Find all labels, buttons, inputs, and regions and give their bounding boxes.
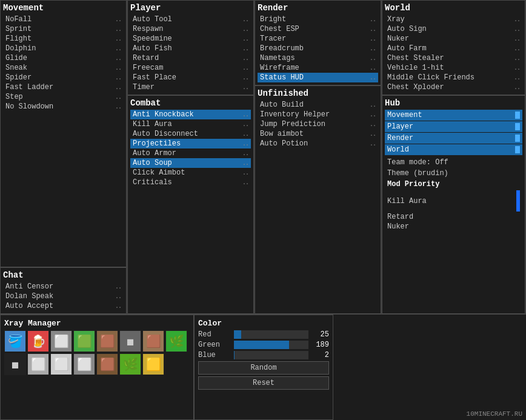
xray-icon-10[interactable]: ⬜	[50, 353, 72, 375]
xray-icon-5[interactable]: ◼	[119, 330, 141, 352]
menu-item-anti-knockback[interactable]: Anti Knockback..	[130, 110, 251, 119]
menu-item-spider[interactable]: Spider..	[3, 73, 124, 82]
menu-item-click-aimbot[interactable]: Click Aimbot..	[130, 168, 251, 178]
green-bar[interactable]	[234, 341, 308, 349]
menu-item-fast-ladder[interactable]: Fast Ladder..	[3, 82, 124, 92]
xray-icon-2[interactable]: ⬜	[50, 330, 72, 352]
menu-item-bow-aimbot[interactable]: Bow aimbot..	[258, 129, 378, 139]
menu-item-auto-build[interactable]: Auto Build..	[258, 100, 378, 110]
blue-value: 2	[311, 351, 329, 359]
menu-item-anti-censor[interactable]: Anti Censor..	[3, 282, 124, 292]
red-value: 25	[311, 330, 329, 339]
menu-item-dolan-speak[interactable]: Dolan Speak..	[3, 292, 124, 301]
menu-item-inventory-helper[interactable]: Inventory Helper..	[258, 110, 378, 119]
menu-item-auto-disconnect[interactable]: Auto Disconnect..	[130, 129, 251, 139]
hub-category-world[interactable]: World	[385, 144, 522, 155]
menu-item-criticals[interactable]: Criticals..	[130, 178, 251, 187]
menu-item-breadcrumb[interactable]: Breadcrumb..	[258, 44, 378, 53]
blue-label: Blue	[198, 351, 231, 359]
world-section: World Xray..Auto Sign..Nuker..Auto Farm.…	[382, 0, 525, 95]
menu-item-no-slowdown[interactable]: No Slowdown..	[3, 102, 124, 112]
xray-icon-7[interactable]: 🌿	[165, 330, 187, 352]
xray-icon-13[interactable]: 🌿	[119, 353, 141, 375]
movement-header: Movement	[3, 3, 124, 13]
menu-item-tracer[interactable]: Tracer..	[258, 34, 378, 44]
hub-category-render[interactable]: Render	[385, 133, 522, 144]
blue-fill	[234, 351, 235, 359]
menu-item-flight[interactable]: Flight..	[3, 34, 124, 44]
menu-item-chest-esp[interactable]: Chest ESP..	[258, 24, 378, 34]
menu-item-auto-fish[interactable]: Auto Fish..	[130, 44, 251, 53]
blue-bar[interactable]	[234, 351, 308, 359]
red-label: Red	[198, 330, 231, 339]
menu-item-bright[interactable]: Bright..	[258, 15, 378, 24]
menu-item-auto-accept[interactable]: Auto Accept..	[3, 301, 124, 311]
xray-header: Xray Manager	[4, 319, 190, 328]
menu-item-freecam[interactable]: Freecam..	[130, 63, 251, 73]
red-bar[interactable]	[234, 330, 308, 339]
movement-section: Movement NoFall..Sprint..Flight..Dolphin…	[0, 0, 127, 267]
combat-list: Anti Knockback..Kill Aura..Auto Disconne…	[130, 110, 251, 187]
player-header: Player	[130, 3, 251, 13]
menu-item-sneak[interactable]: Sneak..	[3, 63, 124, 73]
movement-list: NoFall..Sprint..Flight..Dolphin..Glide..…	[3, 15, 124, 112]
xray-icon-12[interactable]: 🟫	[96, 353, 118, 375]
menu-item-status-hud[interactable]: Status HUD..	[258, 73, 378, 82]
blue-row: Blue 2	[198, 351, 329, 359]
menu-item-timer[interactable]: Timer..	[130, 82, 251, 92]
render-section: Render Bright..Chest ESP..Tracer..Breadc…	[255, 0, 381, 85]
menu-item-wireframe[interactable]: Wireframe..	[258, 63, 378, 73]
reset-button[interactable]: Reset	[198, 376, 329, 390]
hub-header: Hub	[385, 98, 522, 108]
menu-item-glide[interactable]: Glide..	[3, 53, 124, 63]
red-fill	[234, 330, 241, 339]
red-row: Red 25	[198, 330, 329, 339]
menu-item-chest-stealer[interactable]: Chest Stealer..	[385, 53, 522, 63]
menu-item-xray[interactable]: Xray..	[385, 15, 522, 24]
menu-item-nuker[interactable]: Nuker..	[385, 34, 522, 44]
menu-item-jump-prediction[interactable]: Jump Prediction..	[258, 119, 378, 129]
menu-item-middle-click-friends[interactable]: Middle Click Friends..	[385, 73, 522, 82]
menu-item-speedmine[interactable]: Speedmine..	[130, 34, 251, 44]
menu-item-projectiles[interactable]: Projectiles..	[130, 139, 251, 148]
menu-item-step[interactable]: Step..	[3, 92, 124, 102]
hub-category-movement[interactable]: Movement	[385, 110, 522, 121]
movement-chat-column: Movement NoFall..Sprint..Flight..Dolphin…	[0, 0, 127, 314]
menu-item-auto-potion[interactable]: Auto Potion..	[258, 139, 378, 148]
bottom-section: Xray Manager 🪣🍺⬜🟩🟫◼🟫🌿◼⬜⬜⬜🟫🌿🟨 Color Red 2…	[0, 314, 526, 420]
menu-item-chest-xploder[interactable]: Chest Xploder..	[385, 82, 522, 92]
xray-icon-11[interactable]: ⬜	[73, 353, 95, 375]
theme-label: Theme (brudin)	[385, 168, 522, 179]
menu-item-sprint[interactable]: Sprint..	[3, 24, 124, 34]
menu-item-auto-armor[interactable]: Auto Armor..	[130, 148, 251, 158]
xray-icon-3[interactable]: 🟩	[73, 330, 95, 352]
xray-icon-8[interactable]: ◼	[4, 353, 26, 375]
menu-item-auto-soup[interactable]: Auto Soup..	[130, 158, 251, 168]
menu-item-fast-place[interactable]: Fast Place..	[130, 73, 251, 82]
menu-item-kill-aura[interactable]: Kill Aura..	[130, 119, 251, 129]
menu-item-nofall[interactable]: NoFall..	[3, 15, 124, 24]
menu-item-respawn[interactable]: Respawn..	[130, 24, 251, 34]
menu-item-auto-sign[interactable]: Auto Sign..	[385, 24, 522, 34]
menu-item-nametags[interactable]: Nametags..	[258, 53, 378, 63]
xray-icon-4[interactable]: 🟫	[96, 330, 118, 352]
xray-icon-0[interactable]: 🪣	[4, 330, 26, 352]
menu-item-auto-farm[interactable]: Auto Farm..	[385, 44, 522, 53]
menu-item-dolphin[interactable]: Dolphin..	[3, 44, 124, 53]
priority-item-retard[interactable]: Retard	[385, 212, 522, 222]
priority-item-kill-aura[interactable]: Kill Aura	[385, 190, 522, 212]
menu-item-vehicle-1-hit[interactable]: Vehicle 1-hit..	[385, 63, 522, 73]
green-value: 189	[311, 341, 329, 349]
chat-section: Chat Anti Censor..Dolan Speak..Auto Acce…	[0, 267, 127, 314]
xray-icon-1[interactable]: 🍺	[27, 330, 49, 352]
hub-category-player[interactable]: Player	[385, 121, 522, 132]
menu-item-auto-tool[interactable]: Auto Tool..	[130, 15, 251, 24]
bottom-right-filler	[333, 315, 526, 420]
xray-icon-6[interactable]: 🟫	[142, 330, 164, 352]
menu-item-retard[interactable]: Retard..	[130, 53, 251, 63]
priority-item-nuker[interactable]: Nuker	[385, 222, 522, 232]
xray-icon-14[interactable]: 🟨	[142, 353, 164, 375]
random-button[interactable]: Random	[198, 361, 329, 375]
xray-icon-9[interactable]: ⬜	[27, 353, 49, 375]
player-section: Player Auto Tool..Respawn..Speedmine..Au…	[127, 0, 254, 95]
